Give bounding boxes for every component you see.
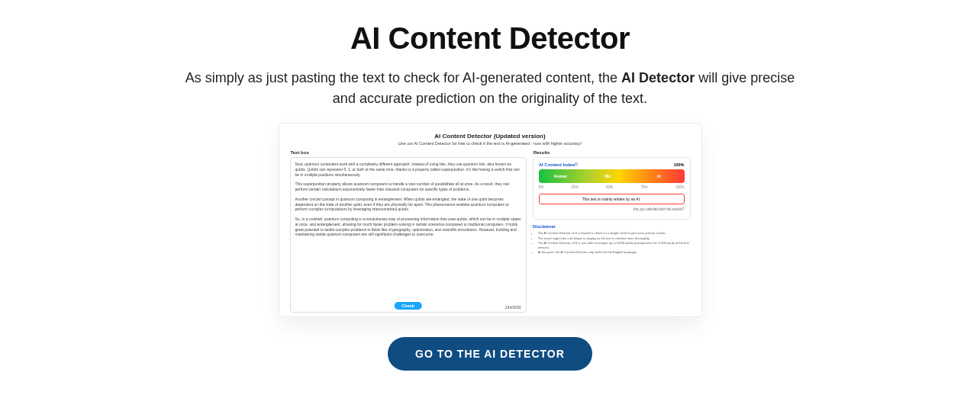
tick-50: 50%	[606, 185, 613, 189]
sample-para-1: Now, quantum computers work with a compl…	[295, 162, 521, 177]
disclaimer-item: At this point, the AI Content Detector o…	[538, 250, 691, 255]
product-screenshot: AI Content Detector (Updated version) Us…	[279, 123, 702, 317]
meter-human-label: Human	[539, 169, 582, 183]
meter-mix-label: Mix	[582, 169, 633, 183]
sample-para-4: So, in a nutshell, quantum computing is …	[295, 217, 521, 237]
index-title: AI Content Indexⓘ	[539, 162, 579, 167]
results-label: Results	[534, 150, 691, 155]
disclaimer-item: The result might take a bit longer to di…	[538, 236, 691, 241]
disclaimer-title: Disclaimer	[533, 224, 691, 229]
subtitle-strong: AI Detector	[621, 70, 695, 85]
tick-25: 25%	[572, 185, 579, 189]
check-button[interactable]: Check	[394, 302, 422, 310]
page-subtitle: As simply as just pasting the text to ch…	[173, 68, 807, 109]
tick-0: 0%	[539, 185, 544, 189]
index-percent: 100%	[673, 162, 684, 167]
textbox-label: Text box	[291, 150, 527, 155]
subtitle-pre: As simply as just pasting the text to ch…	[185, 70, 621, 85]
disclaimer-item: The AI Content Detector v2.0 is biased t…	[538, 231, 691, 236]
results-card: AI Content Indexⓘ 100% Human Mix AI 0% 2…	[533, 157, 691, 220]
sample-para-3: Another crucial concept in quantum compu…	[295, 197, 521, 212]
mock-subtitle: Use our AI Content Detector for free to …	[290, 141, 691, 146]
tick-100: 100%	[675, 185, 685, 189]
sample-textbox: Now, quantum computers work with a compl…	[290, 157, 527, 313]
page-title: AI Content Detector	[0, 21, 980, 56]
mock-title: AI Content Detector (Updated version)	[290, 133, 691, 140]
disclaimer-block: Disclaimer The AI Content Detector v2.0 …	[533, 224, 691, 255]
info-icon: ⓘ	[575, 162, 578, 166]
meter-ai-label: AI	[633, 169, 685, 183]
char-counter: 234/3000	[505, 305, 521, 310]
disclaimer-item: The AI Content Detector v2.0 is now able…	[538, 241, 691, 249]
meter-ticks: 0% 25% 50% 75% 100%	[539, 185, 685, 189]
sample-para-2: This superposition property allows quant…	[295, 181, 521, 192]
tick-75: 75%	[641, 185, 648, 189]
feedback-prompt: Are you satisfied with the results?	[539, 207, 685, 211]
go-to-detector-button[interactable]: GO TO THE AI DETECTOR	[388, 337, 592, 371]
ai-human-meter: Human Mix AI	[539, 169, 685, 183]
verdict-badge: This text is mainly written by an AI.	[539, 194, 685, 204]
